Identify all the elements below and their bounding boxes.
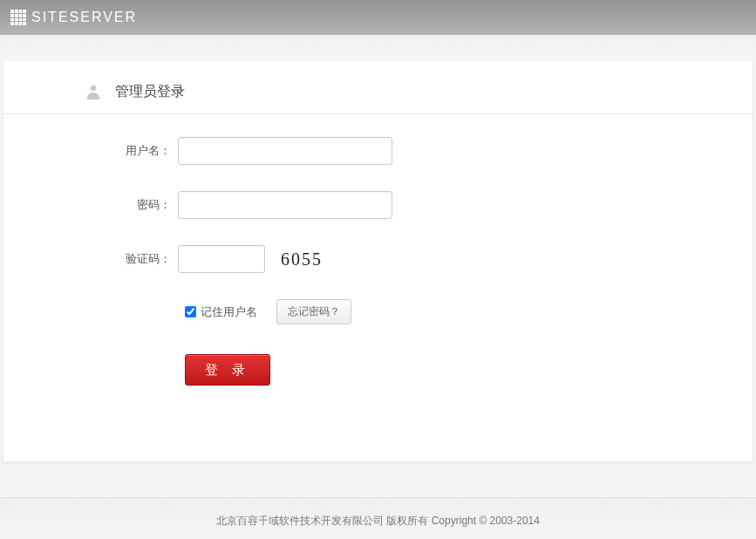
captcha-image: 6055: [281, 249, 323, 270]
svg-point-0: [91, 85, 96, 91]
username-input[interactable]: [178, 137, 392, 165]
page-title: 管理员登录: [115, 83, 185, 101]
panel-header: 管理员登录: [3, 61, 753, 114]
login-form: 用户名： 密码： 验证码： 6055 记住用户名 忘记密码？ 登 录: [3, 114, 753, 385]
username-label: 用户名：: [3, 143, 178, 159]
password-input[interactable]: [178, 191, 392, 219]
login-panel: 管理员登录 用户名： 密码： 验证码： 6055 记住用户名 忘记密码？ 登 录: [3, 61, 753, 462]
options-row: 记住用户名 忘记密码？: [185, 299, 753, 324]
password-row: 密码：: [3, 191, 753, 219]
captcha-input[interactable]: [178, 245, 265, 273]
footer: 北京百容千域软件技术开发有限公司 版权所有 Copyright © 2003-2…: [0, 497, 756, 539]
brand-logo: SITESERVER: [10, 10, 137, 25]
password-label: 密码：: [3, 197, 178, 213]
remember-username-label: 记住用户名: [201, 304, 257, 320]
brand-text: SITESERVER: [31, 10, 137, 25]
forgot-password-button[interactable]: 忘记密码？: [276, 299, 351, 324]
app-header: SITESERVER: [0, 0, 756, 35]
copyright-text: 北京百容千域软件技术开发有限公司 版权所有 Copyright © 2003-2…: [216, 515, 540, 527]
remember-username-wrap[interactable]: 记住用户名: [185, 304, 257, 320]
login-button[interactable]: 登 录: [185, 354, 270, 385]
logo-grid-icon: [10, 10, 26, 25]
username-row: 用户名：: [3, 137, 753, 165]
captcha-row: 验证码： 6055: [3, 245, 753, 273]
user-icon: [84, 82, 103, 101]
remember-username-checkbox[interactable]: [185, 306, 196, 317]
captcha-label: 验证码：: [3, 251, 178, 267]
